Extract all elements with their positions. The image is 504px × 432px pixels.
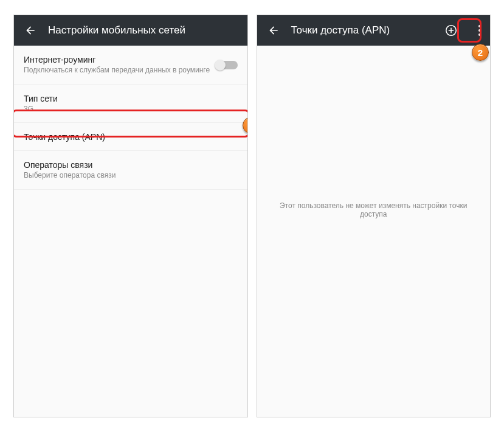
back-icon[interactable] [267,24,280,37]
roaming-title: Интернет-роуминг [24,55,210,64]
page-title-left: Настройки мобильных сетей [48,24,243,37]
item-network-type[interactable]: Тип сети 3G [14,85,247,124]
add-apn-button[interactable] [443,22,460,39]
item-roaming[interactable]: Интернет-роуминг Подключаться к службам … [14,46,247,85]
roaming-toggle[interactable] [216,61,238,69]
item-apn[interactable]: Точки доступа (APN) [14,123,247,151]
apn-title: Точки доступа (APN) [24,132,105,142]
empty-text: Этот пользователь не может изменять наст… [268,201,480,218]
appbar-left: Настройки мобильных сетей [14,15,247,46]
step-badge-2: 2 [472,44,489,61]
network-type-title: Тип сети [24,94,58,103]
page-title-right: Точки доступа (APN) [291,24,432,37]
svg-point-1 [478,25,481,27]
item-operators[interactable]: Операторы связи Выберите оператора связи [14,151,247,190]
phone-right: Точки доступа (APN) Этот пользователь не… [257,15,491,417]
phone-left: Настройки мобильных сетей Интернет-роуми… [13,15,248,417]
network-type-subtitle: 3G [24,105,58,114]
content-left: Интернет-роуминг Подключаться к службам … [14,46,247,417]
operators-subtitle: Выберите оператора связи [24,171,116,181]
appbar-right: Точки доступа (APN) [257,15,491,46]
svg-point-2 [478,29,481,32]
roaming-subtitle: Подключаться к службам передачи данных в… [24,66,210,75]
back-icon[interactable] [24,24,37,37]
operators-title: Операторы связи [24,160,116,170]
svg-point-3 [478,33,481,36]
more-icon[interactable] [474,22,485,39]
content-right: Этот пользователь не может изменять наст… [257,46,491,417]
empty-state: Этот пользователь не может изменять наст… [257,46,491,417]
